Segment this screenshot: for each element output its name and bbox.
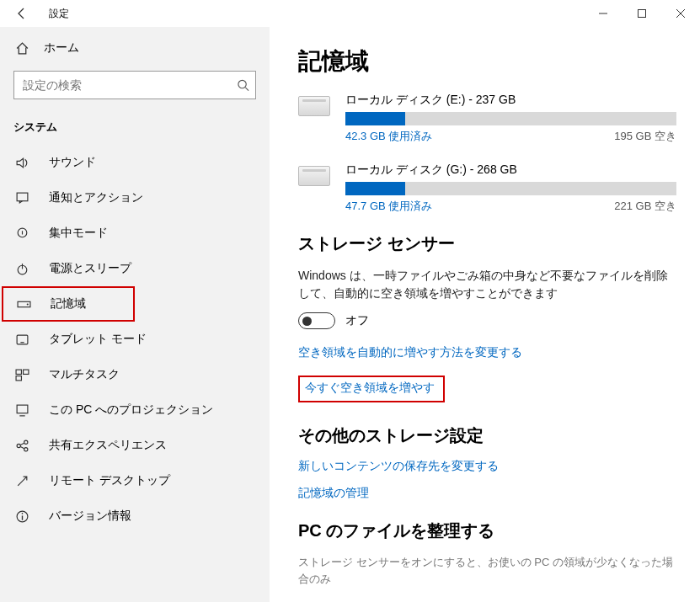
sidebar-item-tablet[interactable]: タブレット モード [0,322,270,357]
svg-point-18 [24,440,27,444]
nav-label: 通知とアクション [49,190,143,205]
sidebar: ホーム システム サウンド 通知とアクション 集中モード 電源とスリープ 記憶域 [0,27,270,602]
home-label: ホーム [44,40,79,56]
main-content: 記憶域 ローカル ディスク (E:) - 237 GB 42.3 GB 使用済み… [270,27,700,602]
sidebar-item-projection[interactable]: この PC へのプロジェクション [0,392,270,428]
svg-point-17 [17,444,20,447]
disk-used: 47.7 GB 使用済み [345,199,432,214]
svg-point-10 [26,303,28,305]
svg-rect-6 [17,193,28,201]
nav-label: 記憶域 [51,296,86,312]
nav-label: サウンド [49,155,96,170]
disk-used: 42.3 GB 使用済み [345,129,432,144]
projection-icon [13,403,30,418]
svg-point-19 [24,447,27,450]
disk-row[interactable]: ローカル ディスク (E:) - 237 GB 42.3 GB 使用済み 195… [298,93,676,144]
nav-label: この PC へのプロジェクション [49,402,213,418]
nav-label: リモート デスクトップ [49,473,170,488]
nav-label: タブレット モード [49,332,147,347]
storage-icon [15,297,32,312]
nav-label: 電源とスリープ [49,261,131,276]
sidebar-item-power[interactable]: 電源とスリープ [0,251,270,286]
share-icon [13,439,30,453]
disk-icon [298,96,330,116]
nav-label: マルチタスク [49,367,120,382]
svg-rect-16 [17,405,28,413]
sidebar-item-shared[interactable]: 共有エクスペリエンス [0,428,270,463]
svg-rect-15 [16,376,21,380]
sidebar-item-notifications[interactable]: 通知とアクション [0,180,270,216]
svg-rect-13 [16,370,21,374]
nav-label: 集中モード [49,226,108,241]
organize-heading: PC のファイルを整理する [298,519,676,542]
other-heading: その他のストレージ設定 [298,424,676,447]
toggle-label: オフ [345,313,369,328]
sidebar-item-sound[interactable]: サウンド [0,145,270,180]
sidebar-item-storage[interactable]: 記憶域 [2,286,135,322]
link-save-location[interactable]: 新しいコンテンツの保存先を変更する [298,459,676,474]
link-free-now[interactable]: 今すぐ空き領域を増やす [298,376,445,402]
sensor-toggle[interactable] [298,312,335,329]
link-manage-storage[interactable]: 記憶域の管理 [298,486,676,501]
svg-rect-14 [23,370,28,374]
sensor-description: Windows は、一時ファイルやごみ箱の中身など不要なファイルを削除して、自動… [298,267,676,302]
minimize-button[interactable] [584,0,623,27]
info-icon [13,509,30,524]
svg-point-22 [21,512,23,514]
multitask-icon [13,368,30,382]
search-input[interactable] [13,71,256,99]
search-icon [237,79,249,92]
sidebar-item-multitask[interactable]: マルチタスク [0,357,270,392]
title-bar: 設定 [0,0,700,27]
svg-rect-1 [639,10,646,18]
nav-label: バージョン情報 [49,509,131,524]
disk-icon [298,166,330,186]
organize-description: ストレージ センサーをオンにすると、お使いの PC の領域が少なくなった場合のみ [298,554,676,587]
sensor-heading: ストレージ センサー [298,232,676,255]
sidebar-item-remote[interactable]: リモート デスクトップ [0,463,270,498]
power-icon [13,262,30,276]
close-button[interactable] [661,0,700,27]
tablet-icon [13,333,30,347]
disk-free: 221 GB 空き [614,199,676,214]
disk-row[interactable]: ローカル ディスク (G:) - 268 GB 47.7 GB 使用済み 221… [298,162,676,214]
home-icon [13,41,30,56]
disk-title: ローカル ディスク (G:) - 268 GB [345,162,676,178]
back-button[interactable] [8,0,35,27]
usage-bar [345,182,676,195]
svg-point-4 [238,80,246,88]
home-button[interactable]: ホーム [0,32,270,64]
remote-icon [13,474,30,488]
window-title: 設定 [49,7,69,21]
disk-title: ローカル ディスク (E:) - 237 GB [345,93,676,108]
link-change-auto[interactable]: 空き領域を自動的に増やす方法を変更する [298,345,522,360]
notification-icon [13,191,30,205]
svg-line-5 [245,88,248,91]
sidebar-item-about[interactable]: バージョン情報 [0,498,270,534]
nav-label: 共有エクスペリエンス [49,438,167,453]
page-heading: 記憶域 [298,45,676,77]
usage-bar [345,112,676,125]
sidebar-group-label: システム [0,113,270,145]
focus-icon [13,226,30,241]
maximize-button[interactable] [623,0,661,27]
disk-free: 195 GB 空き [614,129,676,144]
sound-icon [13,156,30,170]
sidebar-item-focus[interactable]: 集中モード [0,216,270,251]
